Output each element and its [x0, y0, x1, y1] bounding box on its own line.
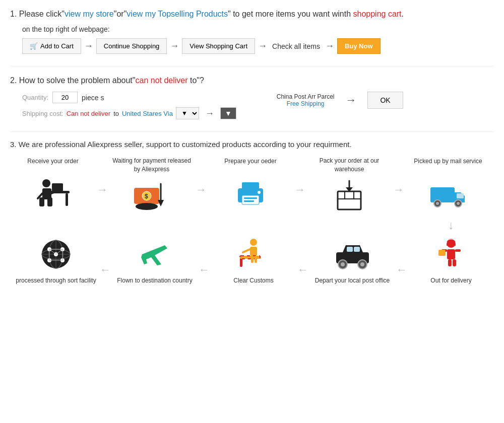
china-post-free: Free Shipping: [277, 100, 335, 107]
customs-label: Clear Customs: [233, 276, 273, 293]
flown-label: Flown to destination country: [117, 276, 192, 293]
svg-rect-22: [338, 191, 361, 209]
quantity-input[interactable]: [52, 92, 78, 103]
proc-arrow-r1-2: →: [196, 183, 207, 196]
section1-link3[interactable]: shopping cart: [353, 10, 401, 18]
down-arrow-icon: ↓: [448, 218, 454, 232]
shipping-dropdown-button[interactable]: ▼: [220, 107, 236, 119]
svg-rect-20: [244, 200, 254, 202]
svg-rect-3: [47, 197, 52, 206]
svg-point-0: [42, 179, 50, 187]
cart-icon: 🛒: [30, 42, 38, 50]
svg-rect-54: [255, 256, 257, 263]
plane-icon: [135, 237, 175, 272]
delivery-person-icon: [431, 237, 471, 272]
svg-rect-34: [447, 244, 456, 246]
svg-rect-19: [244, 197, 257, 199]
proc-arrow-r1-4: →: [393, 183, 404, 196]
svg-rect-17: [242, 182, 259, 190]
proc-arrow-r2-3: ←: [199, 263, 210, 276]
section1-link1[interactable]: view my store: [65, 10, 114, 18]
sort-label: processed through sort facility: [16, 276, 96, 293]
ship-red: Can not deliver: [67, 110, 110, 117]
payment-icon: $: [132, 178, 172, 213]
svg-rect-27: [430, 187, 455, 202]
arrow-1: →: [84, 41, 93, 51]
continue-shopping-button[interactable]: Continue Shopping: [96, 38, 167, 54]
proc-arrow-r2-1: ←: [396, 263, 407, 276]
pack-label: Pack your order at our warehouse: [306, 157, 392, 174]
section-1: 1. Please click"view my store"or"view my…: [10, 8, 494, 54]
check-items-label: Check all items: [272, 42, 320, 50]
process-depart: Depart your local post office: [309, 237, 395, 293]
svg-rect-18: [242, 195, 259, 204]
shipping-via-select[interactable]: ▼: [176, 107, 199, 119]
process-payment: Waiting for payment released by Aliexpre…: [109, 157, 195, 213]
svg-rect-28: [457, 193, 464, 198]
out-delivery-label: Out for delivery: [430, 276, 471, 293]
svg-point-47: [360, 262, 364, 266]
svg-rect-8: [52, 183, 63, 191]
section1-text-pre: 1. Please click": [10, 10, 65, 18]
person-desk-icon: [33, 177, 73, 213]
svg-point-13: [136, 203, 158, 210]
svg-rect-2: [39, 197, 44, 206]
svg-rect-53: [251, 256, 254, 263]
qty-unit: piece s: [82, 94, 104, 102]
payment-label: Waiting for payment released by Aliexpre…: [109, 157, 195, 174]
svg-rect-43: [354, 247, 360, 252]
process-rows: Receive your order: [10, 157, 494, 293]
shipping-problem-block: Quantity: piece s Shipping cost: Can not…: [22, 92, 494, 119]
customs-icon: [233, 237, 274, 272]
process-sort: processed through sort facility: [13, 237, 99, 293]
svg-rect-40: [453, 259, 456, 266]
pickup-label: Picked up by mail service: [414, 157, 482, 173]
depart-label: Depart your local post office: [315, 276, 390, 293]
section3-title: 3. We are professional Aliexpress seller…: [10, 140, 494, 149]
qty-label: Quantity:: [22, 94, 48, 101]
svg-rect-35: [447, 249, 455, 259]
globe-icon: [36, 237, 76, 272]
car-icon: [332, 237, 372, 272]
china-post-title: China Post Arr Parcel: [277, 93, 335, 100]
down-arrow: ↓: [408, 218, 494, 232]
ship-destination: United Stares Via: [122, 110, 173, 117]
proc-arrow-r2-2: ←: [297, 263, 308, 276]
process-pack: Pack your order at our warehouse: [306, 157, 392, 213]
svg-point-31: [436, 202, 439, 205]
process-row-2: Out for delivery ←: [10, 237, 494, 293]
proc-arrow-r1-1: →: [97, 183, 108, 196]
process-flown: Flown to destination country: [112, 237, 198, 293]
prepare-label: Prepare your oeder: [224, 157, 276, 173]
china-arrow: →: [345, 94, 356, 107]
section-2: 2. How to solve the problem about"can no…: [10, 75, 494, 119]
section-3: 3. We are professional Aliexpress seller…: [10, 140, 494, 293]
process-receive-order: Receive your order: [10, 157, 96, 213]
truck-icon: [428, 177, 468, 213]
proc-arrow-r2-4: ←: [100, 263, 111, 276]
view-cart-button[interactable]: View Shopping Cart: [182, 38, 255, 54]
svg-point-32: [457, 202, 460, 205]
svg-point-46: [341, 262, 345, 266]
section1-text-mid1: "or": [114, 10, 127, 18]
ship-arrow: →: [205, 108, 214, 119]
shipping-label: Shipping cost:: [22, 110, 64, 117]
china-post-block: China Post Arr Parcel Free Shipping → OK: [277, 92, 403, 109]
add-to-cart-button[interactable]: 🛒 Add to Cart: [22, 38, 81, 54]
svg-point-21: [258, 191, 261, 194]
receive-order-label: Receive your order: [27, 157, 78, 173]
quantity-row: Quantity: piece s: [22, 92, 236, 103]
ok-button[interactable]: OK: [367, 92, 403, 109]
buy-now-button[interactable]: Buy Now: [337, 38, 381, 54]
proc-arrow-r1-3: →: [294, 183, 305, 196]
process-pickup: Picked up by mail service: [405, 157, 491, 213]
process-out-delivery: Out for delivery: [408, 237, 494, 293]
arrow-3: →: [258, 41, 267, 51]
svg-line-55: [243, 249, 250, 252]
arrow-2: →: [170, 41, 179, 51]
process-customs: Clear Customs: [211, 237, 296, 293]
down-arrow-container: ↓: [10, 218, 494, 232]
process-prepare: Prepare your oeder: [208, 157, 293, 213]
shipping-row: Shipping cost: Can not deliver to United…: [22, 107, 236, 119]
section1-link2[interactable]: view my Topselling Products: [127, 10, 228, 18]
